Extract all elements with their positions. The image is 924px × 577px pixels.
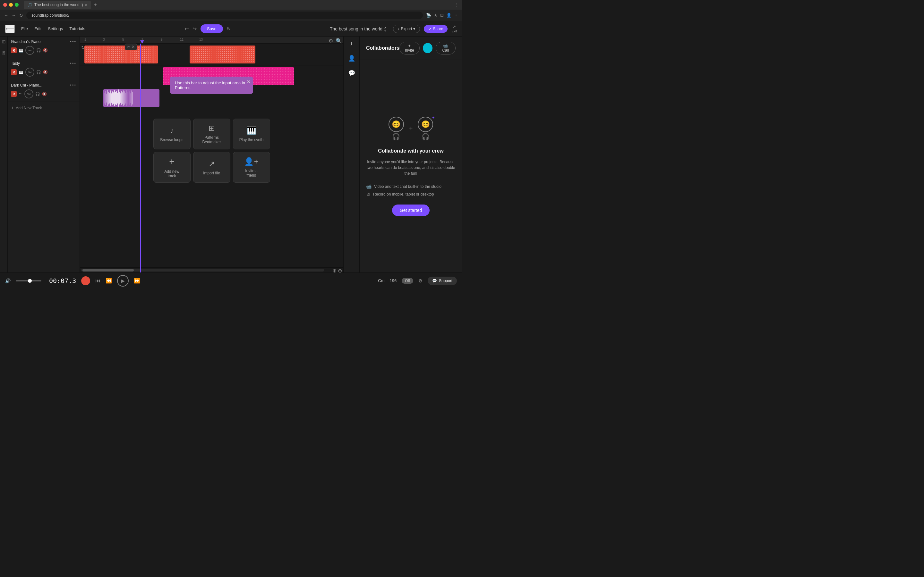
close-scissors[interactable]: ✕ — [132, 45, 135, 49]
browse-loops-card[interactable]: ♪ Browse loops — [153, 119, 191, 149]
track-headphones-icon-1[interactable]: 🎧 — [36, 48, 41, 53]
collab-cta-desc: Invite anyone you'd like into your proje… — [366, 159, 456, 176]
clip-dark-chi-1[interactable] — [103, 89, 160, 107]
track-r-btn-1[interactable]: R — [11, 47, 17, 53]
app-back-btn[interactable]: ⟵ — [5, 25, 15, 33]
patterns-beatmaker-card[interactable]: ⊞ PatternsBeatmaker — [193, 119, 230, 149]
track-headphones-icon-2[interactable]: 🎧 — [36, 70, 41, 74]
share-btn[interactable]: ↗ Share — [424, 25, 447, 33]
grid-icon: ⊞ — [208, 124, 215, 133]
sidebar-effects-icon[interactable]: 🎛 — [2, 51, 6, 56]
patterns-beatmaker-label: PatternsBeatmaker — [202, 135, 221, 144]
maximize-window-btn[interactable] — [15, 3, 19, 7]
off-badge[interactable]: Off — [402, 278, 413, 284]
track-instrument-icon-2[interactable]: 🎹 — [19, 70, 23, 74]
active-tab[interactable]: 🎵 The best song in the world :) ✕ — [24, 1, 91, 9]
track-r-btn-2[interactable]: R — [11, 69, 17, 75]
track-mute-icon-1[interactable]: 🔇 — [43, 48, 48, 53]
track-headphones-icon-3[interactable]: 🎧 — [35, 92, 40, 96]
get-started-btn[interactable]: Get started — [392, 205, 430, 216]
track-waveform-icon-3[interactable]: 〜 — [19, 91, 23, 97]
zoom-in-btn[interactable]: ⊕ — [333, 268, 336, 272]
search-notes-icon-btn[interactable]: 🔍 — [336, 38, 342, 44]
tooltip-text: Use this bar to adjust the input area in… — [175, 81, 245, 90]
time-display: 00:07.3 — [49, 277, 76, 285]
support-btn[interactable]: 💬 Support — [428, 277, 457, 285]
tab-close-btn[interactable]: ✕ — [85, 3, 87, 7]
redo-btn[interactable]: ↪ — [192, 26, 197, 32]
tooltip-close-btn[interactable]: ✕ — [247, 79, 250, 84]
clip-grandmas-piano-1[interactable] — [84, 45, 158, 63]
scrollbar-thumb[interactable] — [82, 269, 134, 271]
play-synth-card[interactable]: 🎹 Play the synth — [233, 119, 270, 149]
export-btn[interactable]: ↓ Export ▾ — [393, 25, 420, 33]
import-file-card[interactable]: ↗ Import file — [193, 152, 230, 183]
new-tab-btn[interactable]: + — [94, 2, 97, 8]
menu-settings[interactable]: Settings — [48, 26, 63, 31]
exit-btn[interactable]: ↗ Exit — [451, 24, 457, 33]
menu-file[interactable]: File — [21, 26, 28, 31]
nav-forward-btn[interactable]: → — [11, 13, 16, 18]
track-options-1[interactable]: ••• — [70, 39, 76, 44]
metronome-icon-btn[interactable]: ⚙ — [328, 38, 333, 44]
minimize-window-btn[interactable] — [9, 3, 13, 7]
add-track-btn[interactable]: + Add New Track — [8, 102, 79, 114]
menu-edit[interactable]: Edit — [34, 26, 41, 31]
play-btn[interactable]: ▶ — [117, 275, 129, 287]
music-icon-btn[interactable]: ♪ — [349, 39, 354, 48]
import-icon: ↗ — [208, 159, 215, 168]
plus-icon: + — [169, 156, 174, 167]
track-vol-knob-1[interactable]: Vol — [25, 46, 34, 55]
volume-slider[interactable] — [16, 280, 41, 282]
bookmark-icon: ★ — [434, 13, 438, 18]
record-btn[interactable] — [81, 276, 90, 285]
address-input[interactable] — [26, 11, 423, 19]
share-icon: ↗ — [428, 27, 431, 31]
rewind-btn[interactable]: ⏪ — [105, 277, 112, 284]
undo-btn[interactable]: ↩ — [184, 26, 189, 32]
menu-items: File Edit Settings Tutorials — [21, 26, 86, 31]
fast-forward-btn[interactable]: ⏩ — [134, 277, 140, 284]
transport-settings-btn[interactable]: ⚙ — [418, 278, 423, 284]
invite-friend-card[interactable]: 👤+ Invite afriend — [233, 152, 270, 183]
timeline-canvas[interactable]: ↻ 1 3 5 7 9 11 13 — [80, 37, 343, 272]
monitor-icon: 🖥 — [366, 192, 371, 197]
nav-back-btn[interactable]: ← — [4, 13, 8, 18]
scissors-tool[interactable]: ✂ ✕ — [125, 44, 137, 50]
chat-icon-btn[interactable]: 💬 — [347, 68, 357, 78]
person-plus-icon: 👤+ — [244, 157, 258, 166]
collaborators-icon-btn[interactable]: 👤 — [347, 53, 357, 63]
collab-feature-video-label: Video and text chat built-in to the stud… — [374, 184, 441, 189]
bpm-display: 196 — [389, 278, 397, 283]
add-track-icon: + — [11, 105, 14, 111]
person1-head-icon: 😊 — [389, 117, 404, 132]
zoom-out-btn[interactable]: ⊖ — [338, 268, 342, 272]
add-new-track-card[interactable]: + Add newtrack — [153, 152, 191, 183]
browser-extension-icon: ⊡ — [440, 13, 444, 18]
track-vol-knob-3[interactable]: Vol — [24, 89, 33, 98]
save-btn[interactable]: Save — [200, 24, 223, 33]
browse-loops-label: Browse loops — [160, 137, 183, 142]
collab-plus-icon: + — [409, 125, 413, 132]
play-synth-label: Play the synth — [239, 137, 263, 142]
invite-btn[interactable]: + Invite — [399, 42, 420, 55]
action-cards-grid: ♪ Browse loops ⊞ PatternsBeatmaker 🎹 — [153, 119, 270, 183]
sidebar-tracks-icon[interactable]: ⊞ — [2, 39, 6, 44]
skip-to-start-btn[interactable]: ⏮ — [95, 278, 100, 284]
track-lane-1[interactable] — [80, 44, 343, 65]
ruler-mark-1: 1 — [84, 38, 86, 41]
close-window-btn[interactable] — [3, 3, 7, 7]
menu-tutorials[interactable]: Tutorials — [69, 26, 85, 31]
track-vol-knob-2[interactable]: Vol — [25, 68, 34, 77]
track-options-3[interactable]: ••• — [70, 83, 76, 87]
track-mute-icon-3[interactable]: 🔇 — [42, 92, 47, 96]
track-instrument-icon-1[interactable]: 🎹 — [19, 48, 23, 53]
collaborators-title: Collaborators — [366, 45, 399, 51]
call-btn[interactable]: 📹 Call — [436, 42, 456, 55]
refresh-btn[interactable]: ↻ — [227, 26, 231, 31]
track-r-btn-3[interactable]: R — [11, 91, 17, 97]
nav-refresh-btn[interactable]: ↻ — [19, 13, 23, 18]
track-mute-icon-2[interactable]: 🔇 — [43, 70, 48, 74]
clip-grandmas-piano-2[interactable] — [190, 45, 255, 63]
track-options-2[interactable]: ••• — [70, 61, 76, 66]
